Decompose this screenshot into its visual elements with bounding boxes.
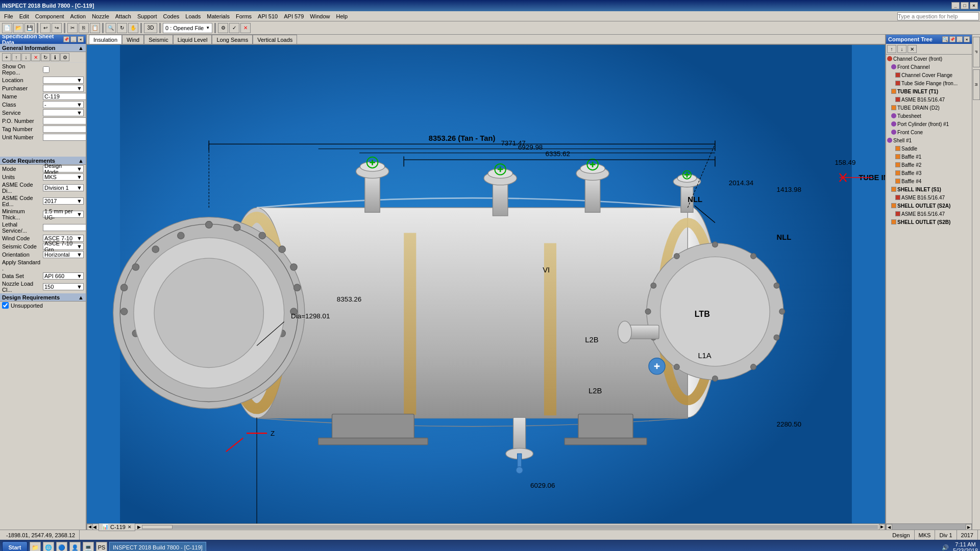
viewport-content[interactable]: 8353.26 (Tan - Tan) 6335.62 6929.98 7371… (87, 45, 885, 523)
settings-icon[interactable]: ⚙ (218, 23, 228, 33)
general-info-section[interactable]: General Information ▲ (0, 44, 86, 52)
tree-item-saddle[interactable]: Saddle (886, 144, 972, 153)
left-panel-scroll[interactable]: General Information ▲ + ↑ ↓ ✕ ↻ ℹ ⚙ Show… (0, 44, 86, 530)
lethal-service-input[interactable] (43, 224, 86, 231)
data-set-dropdown[interactable]: API 660▼ (43, 272, 84, 280)
show-on-repo-checkbox[interactable] (43, 66, 50, 73)
menu-codes[interactable]: Codes (160, 12, 183, 20)
tab-long-seams[interactable]: Long Seams (212, 35, 253, 44)
menu-loads[interactable]: Loads (182, 12, 204, 20)
tree-item-baffle2[interactable]: Baffle #2 (886, 161, 972, 169)
panel-close-button[interactable]: × (78, 36, 84, 42)
paste-icon[interactable]: 📋 (90, 23, 100, 33)
title-bar-buttons[interactable]: _ □ × (951, 2, 978, 9)
tree-btn-1[interactable]: ↑ (887, 45, 896, 53)
tree-item-front-cone[interactable]: Front Cone (886, 128, 972, 136)
tag-number-input[interactable] (43, 126, 86, 133)
menu-file[interactable]: File (1, 12, 16, 20)
menu-materials[interactable]: Materials (204, 12, 233, 20)
purchaser-dropdown[interactable]: ▼ (43, 85, 84, 92)
tree-item-shell-outlet-s2a-asme[interactable]: ASME B16.5/16.47 (886, 210, 972, 218)
taskbar-ie-icon[interactable]: 🌐 (43, 542, 54, 551)
tab-wind[interactable]: Wind (122, 35, 144, 44)
open-icon[interactable]: 📂 (13, 23, 23, 33)
taskbar-speaker-icon[interactable]: 🔊 (942, 544, 949, 551)
up-btn[interactable]: ↑ (12, 53, 21, 61)
menu-window[interactable]: Window (307, 12, 333, 20)
tree-search-btn[interactable]: 🔍 (942, 36, 948, 42)
panel-minimize-button[interactable]: _ (70, 36, 77, 42)
nozzle-load-dropdown[interactable]: 150▼ (43, 283, 84, 290)
tree-header-buttons[interactable]: 🔍 📌 _ × (942, 36, 970, 42)
tree-item-shell-inlet-asme[interactable]: ASME B16.5/16.47 (886, 193, 972, 202)
menu-api579[interactable]: API 579 (281, 12, 307, 20)
min-thick-dropdown[interactable]: 1.5 mm per UG-▼ (43, 211, 84, 218)
maximize-button[interactable]: □ (961, 2, 969, 9)
tree-item-channel-cover-front[interactable]: Channel Cover (front) (886, 55, 972, 63)
file-dropdown[interactable]: 0 : Opened File ▼ (163, 23, 212, 33)
unsupported-checkbox[interactable] (2, 302, 9, 309)
tab-nav-left[interactable]: ◀ (93, 524, 96, 530)
menu-support[interactable]: Support (134, 12, 160, 20)
name-input[interactable] (43, 93, 86, 100)
add-btn[interactable]: + (2, 53, 11, 61)
tree-item-port-cylinder[interactable]: Port Cylinder (front) #1 (886, 120, 972, 128)
tree-scroll-area[interactable]: Channel Cover (front) Front Channel Chan… (886, 55, 972, 523)
seismic-code-dropdown[interactable]: ASCE 7-10 Gro...▼ (43, 243, 84, 250)
viewport-tab-close[interactable]: ✕ (128, 524, 132, 530)
tree-item-tubesheet[interactable]: Tubesheet (886, 112, 972, 120)
asme-code-e-dropdown[interactable]: 2017▼ (43, 197, 84, 205)
hscrollbar-thumb[interactable] (142, 525, 173, 529)
scroll-right-btn[interactable]: ▶ (879, 524, 885, 530)
asme-code-d-dropdown[interactable]: Division 1▼ (43, 184, 84, 191)
3d-icon[interactable]: 3D (144, 23, 157, 33)
info-btn[interactable]: ℹ (51, 53, 60, 61)
help-search-input[interactable] (897, 12, 979, 20)
tab-seismic[interactable]: Seismic (144, 35, 173, 44)
start-button[interactable]: Start (2, 541, 28, 551)
tree-item-channel-cover-flange[interactable]: Channel Cover Flange (886, 71, 972, 79)
zoom-icon[interactable]: 🔍 (106, 23, 116, 33)
edge-btn-2[interactable]: R (973, 69, 980, 100)
menu-action[interactable]: Action (67, 12, 89, 20)
menu-api510[interactable]: API 510 (255, 12, 281, 20)
new-icon[interactable]: 📄 (2, 23, 12, 33)
tree-item-shell-inlet[interactable]: SHELL INLET (S1) (886, 185, 972, 193)
taskbar-user-icon[interactable]: 👤 (69, 542, 81, 551)
menu-component[interactable]: Component (32, 12, 67, 20)
close-button[interactable]: × (970, 2, 978, 9)
mode-dropdown[interactable]: Design Mode▼ (43, 165, 84, 172)
check-icon[interactable]: ✓ (229, 23, 239, 33)
tree-item-baffle3[interactable]: Baffle #3 (886, 169, 972, 177)
tree-btn-2[interactable]: ↓ (897, 45, 906, 53)
rotate-icon[interactable]: ↻ (117, 23, 127, 33)
tree-scroll-right[interactable]: ▶ (966, 524, 972, 530)
tree-item-tube-inlet[interactable]: TUBE INLET (T1) (886, 87, 972, 95)
tree-item-tube-side-flange[interactable]: Tube Side Flange (fron... (886, 79, 972, 87)
close-x-icon[interactable]: ✕ (240, 23, 251, 33)
tree-item-baffle4[interactable]: Baffle #4 (886, 177, 972, 185)
panel-header-buttons[interactable]: 📌 _ × (63, 36, 84, 42)
menu-nozzle[interactable]: Nozzle (89, 12, 112, 20)
location-dropdown[interactable]: ▼ (43, 77, 84, 84)
panel-pin-button[interactable]: 📌 (63, 36, 69, 42)
tree-item-baffle1[interactable]: Baffle #1 (886, 153, 972, 161)
tree-item-shell-outlet-s2a[interactable]: SHELL OUTLET (S2A) (886, 202, 972, 210)
taskbar-ps-icon[interactable]: PS (96, 542, 107, 551)
redo-icon[interactable]: ↪ (52, 23, 62, 33)
taskbar-inspect-app[interactable]: INSPECT 2018 Build 7800 - [C-119] (109, 542, 206, 551)
tab-nav-right[interactable]: ▶ (137, 524, 141, 530)
design-req-section[interactable]: Design Requirements ▲ (0, 293, 86, 302)
tree-minimize-btn[interactable]: _ (957, 36, 963, 42)
tab-liquid-level[interactable]: Liquid Level (173, 35, 212, 44)
save-icon[interactable]: 💾 (24, 23, 35, 33)
tree-btn-3[interactable]: ✕ (908, 45, 917, 53)
viewport-tab-indicator[interactable]: ◀ 📊 C-119 ✕ ▶ (93, 523, 141, 531)
tree-item-shell1[interactable]: Shell #1 (886, 136, 972, 144)
tree-item-tube-drain[interactable]: TUBE DRAIN (D2) (886, 104, 972, 112)
taskbar-chrome-icon[interactable]: 🔵 (56, 542, 67, 551)
taskbar-app2-icon[interactable]: 💻 (83, 542, 94, 551)
tab-vertical-loads[interactable]: Vertical Loads (253, 35, 297, 44)
taskbar-explorer-icon[interactable]: 📁 (30, 542, 41, 551)
copy-icon[interactable]: ⎘ (79, 23, 89, 33)
